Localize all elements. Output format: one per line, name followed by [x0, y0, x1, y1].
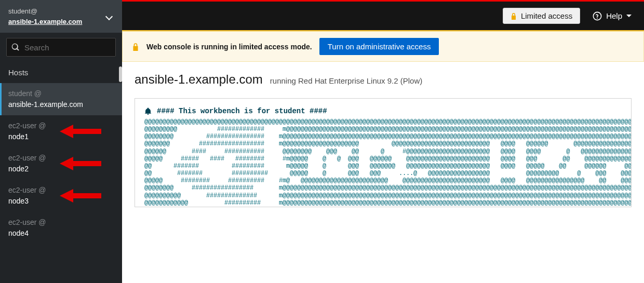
host-item-user: ec2-user @ — [8, 153, 114, 164]
host-item-host: node4 — [8, 228, 114, 239]
bell-icon — [144, 107, 152, 115]
current-session: student@ ansible-1.example.com — [8, 6, 82, 26]
host-item-ansible-1[interactable]: student @ ansible-1.example.com — [0, 83, 122, 115]
motd-ascii-art: @@@@@@@@@@@@@@@@@@@@@@@@@@@@@@@@@@@@@@@@… — [144, 118, 622, 207]
host-item-node3[interactable]: ec2-user @ node3 — [0, 180, 122, 212]
page-title: ansible-1.example.com — [135, 72, 263, 87]
alert-text: Web console is running in limited access… — [146, 43, 312, 51]
host-item-node2[interactable]: ec2-user @ node2 — [0, 147, 122, 180]
help-menu[interactable]: Help — [593, 11, 632, 21]
help-label: Help — [606, 11, 622, 20]
host-item-host: node1 — [8, 131, 114, 142]
host-item-user: ec2-user @ — [8, 217, 114, 228]
host-item-host: node3 — [8, 196, 114, 207]
chevron-down-icon — [105, 12, 113, 20]
page-header: ansible-1.example.com running Red Hat En… — [122, 62, 644, 90]
hosts-section-label: Hosts — [0, 62, 122, 83]
lock-icon — [132, 43, 139, 51]
host-item-user: ec2-user @ — [8, 120, 114, 131]
search-input[interactable] — [6, 38, 116, 57]
lock-icon — [511, 12, 517, 20]
host-item-host: ansible-1.example.com — [8, 99, 114, 110]
main-area: Limited access Help Web console is runni… — [122, 0, 644, 283]
motd-header: #### This workbench is for student #### — [144, 107, 622, 115]
topbar: Limited access Help — [122, 0, 644, 31]
current-host: ansible-1.example.com — [8, 17, 82, 27]
page-subtitle: running Red Hat Enterprise Linux 9.2 (Pl… — [270, 76, 422, 85]
sidebar: student@ ansible-1.example.com Hosts stu… — [0, 0, 122, 283]
motd-headline: #### This workbench is for student #### — [157, 107, 327, 115]
host-item-user: student @ — [8, 88, 114, 99]
search-icon — [11, 43, 20, 51]
sidebar-header[interactable]: student@ ansible-1.example.com — [0, 0, 122, 33]
limited-access-label: Limited access — [521, 11, 572, 20]
host-item-host: node2 — [8, 164, 114, 174]
current-user: student@ — [8, 6, 82, 17]
turn-on-admin-button[interactable]: Turn on administrative access — [319, 38, 439, 55]
svg-point-1 — [597, 18, 598, 19]
host-item-node4[interactable]: ec2-user @ node4 — [0, 212, 122, 244]
limited-access-button[interactable]: Limited access — [503, 8, 580, 24]
search-wrap — [0, 33, 122, 62]
host-item-node1[interactable]: ec2-user @ node1 — [0, 115, 122, 147]
host-item-user: ec2-user @ — [8, 185, 114, 196]
limited-access-alert: Web console is running in limited access… — [122, 31, 644, 62]
caret-down-icon — [626, 15, 632, 17]
motd-panel: #### This workbench is for student #### … — [135, 98, 632, 207]
help-icon — [593, 11, 602, 21]
